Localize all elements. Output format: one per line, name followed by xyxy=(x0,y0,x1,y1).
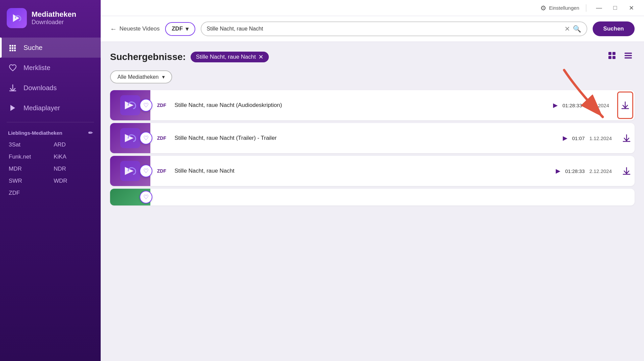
video-title-2: Stille Nacht, raue Nacht xyxy=(175,168,550,174)
fav-button-2[interactable]: ♡ xyxy=(140,165,152,177)
nav-item-downloads[interactable]: Downloads xyxy=(0,78,101,98)
play-icon-1[interactable]: ▶ xyxy=(563,134,567,142)
svg-rect-0 xyxy=(9,45,11,47)
video-source-1: ZDF xyxy=(157,135,169,141)
settings-label: Einstellungen xyxy=(549,5,579,11)
tag-close-icon[interactable]: ✕ xyxy=(258,54,263,60)
search-icon[interactable]: 🔍 xyxy=(573,25,581,33)
mediaplayer-icon xyxy=(8,103,17,113)
chevron-down-icon: ▾ xyxy=(186,25,189,33)
mediathek-kika[interactable]: KiKA xyxy=(50,151,95,163)
search-input-wrap: ✕ 🔍 xyxy=(201,21,587,36)
results-title-text: Suchergebnisse: xyxy=(110,52,186,62)
nav-item-mediaplayer[interactable]: Mediaplayer xyxy=(0,98,101,118)
mediathek-3sat[interactable]: 3Sat xyxy=(5,139,50,151)
svg-rect-3 xyxy=(9,47,11,49)
mediathek-wdr[interactable]: WDR xyxy=(50,175,95,187)
mediathek-swr[interactable]: SWR xyxy=(5,175,50,187)
grid-view-btn[interactable] xyxy=(606,50,618,64)
video-date-2: 2.12.2024 xyxy=(589,168,612,174)
logo-title: Mediatheken xyxy=(32,10,76,18)
search-bar: ← Neueste Videos ZDF ▾ ✕ 🔍 Suchen xyxy=(101,16,644,42)
svg-rect-16 xyxy=(625,57,632,59)
filter-dropdown[interactable]: Alle Mediatheken ▾ xyxy=(110,70,172,83)
back-arrow-icon: ← xyxy=(110,25,117,33)
fav-button-3[interactable]: ♡ xyxy=(140,191,152,203)
edit-icon[interactable]: ✏ xyxy=(88,130,93,136)
video-list: ♡ ZDF Stille Nacht, raue Nacht (Audiodes… xyxy=(110,90,635,205)
list-view-btn[interactable] xyxy=(622,50,635,64)
back-button[interactable]: ← Neueste Videos xyxy=(110,25,160,33)
tag-text: Stille Nacht, raue Nacht xyxy=(196,54,256,60)
filter-chevron-icon: ▾ xyxy=(162,74,165,80)
svg-rect-14 xyxy=(625,53,632,54)
clear-icon[interactable]: ✕ xyxy=(564,25,570,32)
play-icon-2[interactable]: ▶ xyxy=(556,167,560,175)
nav-label-suche: Suche xyxy=(23,44,43,52)
content-area: Suchergebnisse: Stille Nacht, raue Nacht… xyxy=(101,42,644,361)
titlebar: ⚙ Einstellungen — □ ✕ xyxy=(101,0,644,16)
svg-rect-13 xyxy=(612,56,615,59)
play-icon-0[interactable]: ▶ xyxy=(553,102,558,109)
download-button-1[interactable] xyxy=(618,123,635,153)
gear-icon: ⚙ xyxy=(540,4,546,12)
filter-row: Alle Mediatheken ▾ xyxy=(110,70,635,83)
download-button-0[interactable] xyxy=(617,92,633,119)
logo-text: Mediatheken Downloader xyxy=(32,10,76,25)
fav-button-1[interactable]: ♡ xyxy=(140,132,152,144)
video-meta-2: ▶ 01:28:33 2.12.2024 xyxy=(556,167,612,175)
mediathek-ard[interactable]: ARD xyxy=(50,139,95,151)
main-content: ⚙ Einstellungen — □ ✕ ← Neueste Videos Z… xyxy=(101,0,644,361)
svg-rect-10 xyxy=(608,52,611,55)
video-date-0: 2.12.2024 xyxy=(587,103,609,108)
settings-btn[interactable]: ⚙ Einstellungen xyxy=(540,4,579,12)
download-button-3[interactable] xyxy=(618,189,635,205)
nav-item-merkliste[interactable]: Merkliste xyxy=(0,58,101,78)
search-input[interactable] xyxy=(207,26,562,32)
close-btn[interactable]: ✕ xyxy=(625,2,637,14)
download-button-2[interactable] xyxy=(618,156,635,186)
downloads-icon xyxy=(8,83,17,93)
svg-rect-6 xyxy=(9,50,11,51)
svg-marker-9 xyxy=(10,105,15,111)
svg-rect-4 xyxy=(12,47,13,49)
video-meta-1: ▶ 01:07 1.12.2024 xyxy=(563,134,612,142)
merkliste-icon xyxy=(8,63,17,72)
suche-icon xyxy=(8,43,17,52)
maximize-btn[interactable]: □ xyxy=(609,2,621,14)
minimize-btn[interactable]: — xyxy=(593,2,605,14)
video-item: ♡ ZDF Stille Nacht, raue Nacht ▶ 01:28:3… xyxy=(110,156,635,186)
back-label: Neueste Videos xyxy=(119,25,160,32)
mediathek-grid: 3Sat ARD Funk.net KiKA MDR NDR SWR WDR Z… xyxy=(0,139,101,199)
fav-button-0[interactable]: ♡ xyxy=(140,99,152,112)
video-info-2: ZDF Stille Nacht, raue Nacht ▶ 01:28:33 … xyxy=(150,167,618,175)
sidebar: Mediatheken Downloader Suche xyxy=(0,0,101,361)
nav-label-mediaplayer: Mediaplayer xyxy=(23,104,60,112)
nav-item-suche[interactable]: Suche xyxy=(0,38,101,58)
app-logo-icon xyxy=(7,8,27,28)
titlebar-divider xyxy=(586,4,586,12)
video-item: ♡ ZDF Stille Nacht, raue Nacht (Trailer)… xyxy=(110,123,635,153)
filter-label: Alle Mediatheken xyxy=(117,74,159,80)
video-title-0: Stille Nacht, raue Nacht (Audiodeskripti… xyxy=(175,102,548,109)
nav-label-downloads: Downloads xyxy=(23,84,57,92)
lieblings-section: Lieblings-Mediatheken ✏ xyxy=(0,126,101,139)
mediathek-funk[interactable]: Funk.net xyxy=(5,151,50,163)
suchen-button[interactable]: Suchen xyxy=(593,21,635,36)
svg-rect-12 xyxy=(608,56,611,59)
svg-rect-1 xyxy=(12,45,13,47)
mediathek-zdf[interactable]: ZDF xyxy=(5,187,50,199)
source-dropdown[interactable]: ZDF ▾ xyxy=(165,22,195,36)
results-header: Suchergebnisse: Stille Nacht, raue Nacht… xyxy=(110,50,635,64)
search-tag: Stille Nacht, raue Nacht ✕ xyxy=(191,52,269,62)
svg-rect-15 xyxy=(625,55,632,56)
mediathek-mdr[interactable]: MDR xyxy=(5,163,50,175)
video-date-1: 1.12.2024 xyxy=(589,135,612,141)
view-toggle xyxy=(606,50,635,64)
video-duration-0: 01:28:33 xyxy=(562,103,582,108)
video-info-0: ZDF Stille Nacht, raue Nacht (Audiodeskr… xyxy=(150,102,616,109)
video-source-2: ZDF xyxy=(157,168,169,174)
mediathek-ndr[interactable]: NDR xyxy=(50,163,95,175)
sidebar-divider xyxy=(7,122,94,122)
logo-subtitle: Downloader xyxy=(32,19,76,26)
